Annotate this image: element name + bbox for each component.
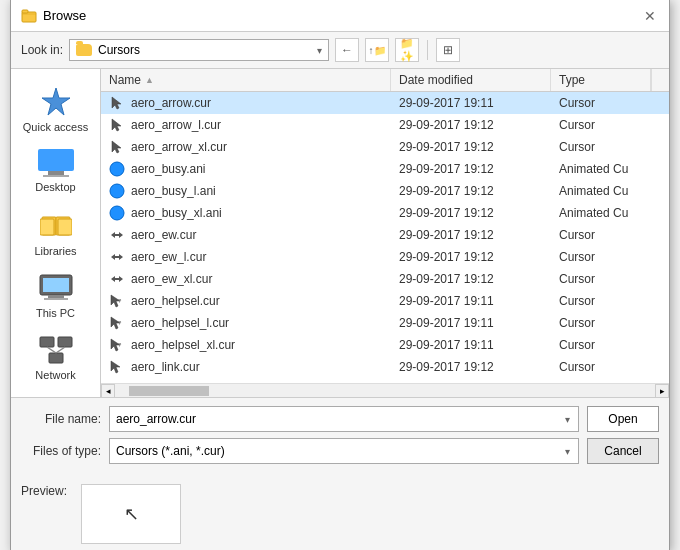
file-date-cell: 29-09-2017 19:12 — [391, 117, 551, 133]
file-name: aero_busy_xl.ani — [131, 206, 222, 220]
file-type-cell: Animated Cu — [551, 183, 651, 199]
browse-icon — [21, 8, 37, 24]
look-in-label: Look in: — [21, 43, 63, 57]
file-type-cell: Cursor — [551, 337, 651, 353]
svg-rect-13 — [44, 298, 68, 300]
browse-dialog: Browse ✕ Look in: Cursors ▾ ← ↑📁 📁✨ ⊞ — [10, 0, 670, 550]
hscroll-thumb[interactable] — [129, 386, 209, 396]
filetype-input[interactable] — [116, 444, 563, 458]
table-row[interactable]: aero_arrow.cur 29-09-2017 19:11 Cursor — [101, 92, 669, 114]
col-header-date[interactable]: Date modified — [391, 69, 551, 91]
network-icon — [38, 335, 74, 365]
filename-input[interactable] — [116, 412, 563, 426]
sidebar-item-network[interactable]: Network — [16, 329, 96, 387]
svg-rect-3 — [38, 149, 74, 171]
dialog-title: Browse — [43, 8, 86, 23]
sidebar-item-libraries[interactable]: Libraries — [16, 203, 96, 263]
svg-rect-9 — [58, 219, 72, 235]
filetype-combo[interactable]: ▾ — [109, 438, 579, 464]
svg-rect-16 — [49, 353, 63, 363]
svg-marker-21 — [112, 141, 121, 153]
filetype-row: Files of type: ▾ Cancel — [21, 438, 659, 464]
table-row[interactable]: ? aero_helpsel.cur 29-09-2017 19:11 Curs… — [101, 290, 669, 312]
file-list[interactable]: aero_arrow.cur 29-09-2017 19:11 Cursor a… — [101, 92, 669, 383]
filetype-dropdown-icon[interactable]: ▾ — [563, 446, 572, 457]
sidebar-item-this-pc[interactable]: This PC — [16, 267, 96, 325]
svg-text:?: ? — [118, 320, 122, 326]
file-type-cell: Animated Cu — [551, 161, 651, 177]
file-name: aero_arrow.cur — [131, 96, 211, 110]
folder-icon — [76, 44, 92, 56]
sidebar-item-quick-access[interactable]: Quick access — [16, 79, 96, 139]
sidebar-item-desktop[interactable]: Desktop — [16, 143, 96, 199]
file-date-cell: 29-09-2017 19:12 — [391, 161, 551, 177]
filetype-label: Files of type: — [21, 444, 101, 458]
bottom-bar: File name: ▾ Open Files of type: ▾ Cance… — [11, 397, 669, 478]
svg-rect-15 — [58, 337, 72, 347]
table-row[interactable]: aero_arrow_xl.cur 29-09-2017 19:12 Curso… — [101, 136, 669, 158]
up-button[interactable]: ↑📁 — [365, 38, 389, 62]
table-row[interactable]: aero_ew_xl.cur 29-09-2017 19:12 Cursor — [101, 268, 669, 290]
sidebar: Quick access Desktop — [11, 69, 101, 397]
view-button[interactable]: ⊞ — [436, 38, 460, 62]
table-row[interactable]: ? aero_helpsel_xl.cur 29-09-2017 19:11 C… — [101, 334, 669, 356]
hscroll-track[interactable] — [129, 385, 641, 397]
table-row[interactable]: aero_ew_l.cur 29-09-2017 19:12 Cursor — [101, 246, 669, 268]
new-folder-button[interactable]: 📁✨ — [395, 38, 419, 62]
hscroll-left-btn[interactable]: ◂ — [101, 384, 115, 398]
cancel-button[interactable]: Cancel — [587, 438, 659, 464]
table-row[interactable]: aero_ew.cur 29-09-2017 19:12 Cursor — [101, 224, 669, 246]
this-pc-icon — [38, 273, 74, 303]
col-header-name[interactable]: Name ▲ — [101, 69, 391, 91]
table-row[interactable]: aero_busy_l.ani 29-09-2017 19:12 Animate… — [101, 180, 669, 202]
view-icon: ⊞ — [443, 43, 453, 57]
file-name-cell: aero_arrow_l.cur — [101, 116, 391, 134]
hscroll-right-btn[interactable]: ▸ — [655, 384, 669, 398]
file-type-icon — [109, 227, 125, 243]
svg-rect-14 — [40, 337, 54, 347]
file-name: aero_helpsel_xl.cur — [131, 338, 235, 352]
file-date-cell: 29-09-2017 19:12 — [391, 249, 551, 265]
file-name: aero_link.cur — [131, 360, 200, 374]
table-row[interactable]: aero_link.cur 29-09-2017 19:12 Cursor — [101, 356, 669, 378]
svg-text:?: ? — [118, 342, 122, 348]
open-button[interactable]: Open — [587, 406, 659, 432]
file-type-icon — [109, 183, 125, 199]
table-row[interactable]: ? aero_helpsel_l.cur 29-09-2017 19:11 Cu… — [101, 312, 669, 334]
file-date-cell: 29-09-2017 19:11 — [391, 293, 551, 309]
filename-row: File name: ▾ Open — [21, 406, 659, 432]
file-type-cell: Cursor — [551, 117, 651, 133]
file-name: aero_helpsel_l.cur — [131, 316, 229, 330]
filename-combo[interactable]: ▾ — [109, 406, 579, 432]
file-type-cell: Cursor — [551, 227, 651, 243]
scrollbar-spacer — [651, 69, 663, 91]
look-in-combo[interactable]: Cursors ▾ — [69, 39, 329, 61]
back-icon: ← — [341, 43, 353, 57]
svg-marker-20 — [112, 119, 121, 131]
table-row[interactable]: aero_arrow_l.cur 29-09-2017 19:12 Cursor — [101, 114, 669, 136]
chevron-down-icon: ▾ — [317, 45, 322, 56]
close-button[interactable]: ✕ — [641, 7, 659, 25]
table-row[interactable]: aero_busy.ani 29-09-2017 19:12 Animated … — [101, 158, 669, 180]
up-icon: ↑📁 — [369, 45, 386, 56]
back-button[interactable]: ← — [335, 38, 359, 62]
file-name-cell: ? aero_helpsel.cur — [101, 292, 391, 310]
title-bar-left: Browse — [21, 8, 86, 24]
file-type-cell: Cursor — [551, 293, 651, 309]
svg-line-18 — [56, 347, 65, 353]
svg-point-23 — [110, 184, 124, 198]
horizontal-scrollbar[interactable]: ◂ ▸ — [101, 383, 669, 397]
svg-line-17 — [47, 347, 56, 353]
file-type-cell: Cursor — [551, 359, 651, 375]
file-date-cell: 29-09-2017 19:12 — [391, 139, 551, 155]
file-type-cell: Animated Cu — [551, 205, 651, 221]
look-in-value: Cursors — [98, 43, 311, 57]
file-type-icon — [109, 249, 125, 265]
file-date-cell: 29-09-2017 19:11 — [391, 315, 551, 331]
col-header-type[interactable]: Type — [551, 69, 651, 91]
file-type-icon — [109, 205, 125, 221]
svg-rect-5 — [43, 175, 69, 177]
table-row[interactable]: aero_busy_xl.ani 29-09-2017 19:12 Animat… — [101, 202, 669, 224]
column-headers: Name ▲ Date modified Type — [101, 69, 669, 92]
filename-dropdown-icon[interactable]: ▾ — [563, 414, 572, 425]
